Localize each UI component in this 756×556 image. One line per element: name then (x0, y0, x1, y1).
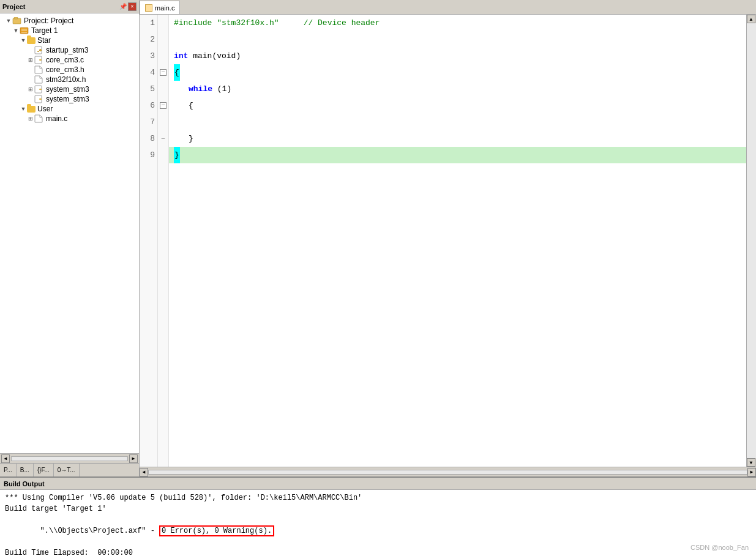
expand-icon: ▼ (20, 105, 27, 113)
hscroll-left-btn[interactable]: ◀ (140, 468, 148, 476)
tree-item-project-root[interactable]: ▼ Project: Project (0, 16, 139, 26)
tree-item-stm32f10xh[interactable]: stm32f10x.h (0, 75, 139, 84)
expand-icon: ⊞ (27, 115, 34, 122)
project-panel: Project 📌 ✕ ▼ Project: Project (0, 0, 140, 476)
build-line-2: Build target 'Target 1' (5, 503, 751, 514)
tree-label-system-stm3a: system_stm3 (46, 85, 89, 94)
gutter-3 (158, 48, 168, 64)
line-num-2: 2 (140, 31, 155, 48)
gutter-1 (158, 15, 168, 31)
code-line-4: { (169, 64, 746, 81)
gutter-9 (158, 147, 168, 163)
svg-marker-12 (35, 76, 42, 83)
tree-label-user: User (37, 105, 53, 113)
code-line-8: } (169, 130, 746, 147)
line-num-7: 7 (140, 114, 155, 130)
tree-item-system-stm3a[interactable]: ⊞ system_stm3 (0, 84, 139, 94)
sidebar-hscrollbar: ◀ ▶ (0, 453, 139, 463)
fold-minus-4: − (160, 69, 167, 76)
build-output-content: *** Using Compiler 'V5.06 update 5 (buil… (0, 490, 756, 556)
key-file-icon-4 (34, 95, 44, 103)
scroll-track[interactable] (11, 456, 128, 461)
tree-item-startup[interactable]: startup_stm3 (0, 45, 139, 55)
svg-rect-9 (39, 51, 39, 53)
close-button[interactable]: ✕ (128, 2, 137, 11)
gutter-6[interactable]: − (158, 97, 168, 114)
expand-icon: ▼ (20, 37, 27, 44)
vscroll-down-btn[interactable]: ▼ (747, 458, 755, 467)
expand-icon (27, 66, 34, 73)
code-brace-while-open: { (189, 97, 193, 114)
fold-end-8: — (162, 136, 165, 142)
tree-label-startup: startup_stm3 (46, 46, 88, 54)
tab-file-icon (145, 4, 152, 12)
key-file-icon-3 (34, 85, 44, 94)
svg-rect-5 (21, 32, 27, 33)
line-num-4: 4 (140, 64, 155, 81)
tree-item-mainc[interactable]: ⊞ main.c (0, 114, 139, 124)
fold-gutter: − − — (158, 15, 169, 467)
tree-item-core-cm3h[interactable]: core_cm3.h (0, 65, 139, 75)
hscroll-track[interactable] (148, 470, 747, 475)
file-icon-2 (34, 75, 44, 84)
svg-marker-15 (35, 115, 42, 122)
code-line-2 (169, 31, 746, 48)
tree-item-star[interactable]: ▼ Star (0, 35, 139, 45)
tree-label-core-cm3h: core_cm3.h (46, 65, 84, 74)
gutter-5 (158, 81, 168, 97)
code-line-3: int main(void) (169, 48, 746, 64)
vscroll-up-btn[interactable]: ▲ (747, 15, 755, 23)
sidebar-tabs: P... B... {}F... 0→T... (0, 463, 139, 476)
code-main: main(void) (188, 48, 241, 64)
vscroll-track[interactable] (747, 23, 756, 458)
editor-vscrollbar: ▲ ▼ (746, 15, 756, 467)
svg-rect-1 (14, 17, 18, 19)
pin-icon[interactable]: 📌 (119, 3, 127, 10)
code-line-5: while (1) (169, 81, 746, 97)
build-line-3: ".\\Objects\Project.axf" - 0 Error(s), 0… (5, 514, 751, 547)
line-num-9: 9 (140, 147, 155, 163)
editor-tabs: main.c (140, 0, 756, 15)
tab-t[interactable]: 0→T... (54, 464, 80, 476)
code-include: #include "stm32f10x.h" (174, 15, 279, 31)
tab-b[interactable]: B... (17, 464, 34, 476)
tree-label-core-cm3c: core_cm3.c (46, 56, 84, 64)
expand-icon: ⊞ (27, 56, 34, 64)
hscroll-right-btn[interactable]: ▶ (747, 468, 756, 476)
expand-icon (27, 76, 34, 83)
svg-rect-3 (21, 29, 27, 30)
line-num-1: 1 (140, 15, 155, 31)
tree-item-core-cm3c[interactable]: ⊞ core_cm3.c (0, 55, 139, 65)
build-axf-prefix: ".\\Objects\Project.axf" - (40, 527, 159, 535)
sidebar-title: Project (2, 3, 25, 10)
scroll-left-btn[interactable]: ◀ (1, 454, 10, 463)
code-brace-close: } (174, 147, 180, 163)
folder-icon (27, 37, 36, 44)
gutter-2 (158, 31, 168, 48)
build-output-panel: Build Output *** Using Compiler 'V5.06 u… (0, 476, 756, 556)
code-while-cond: (1) (212, 81, 231, 97)
gutter-4[interactable]: − (158, 64, 168, 81)
tree-item-user[interactable]: ▼ User (0, 104, 139, 114)
tree-item-system-stm3b[interactable]: system_stm3 (0, 94, 139, 104)
scroll-right-btn[interactable]: ▶ (129, 454, 138, 463)
expand-icon: ▼ (12, 27, 20, 34)
expand-icon (27, 95, 34, 103)
svg-rect-0 (13, 18, 21, 24)
watermark: CSDN @noob_Fan (691, 544, 749, 551)
tree-item-target1[interactable]: ▼ Target 1 (0, 26, 139, 35)
line-num-6: 6 (140, 97, 155, 114)
tab-f[interactable]: {}F... (34, 464, 54, 476)
code-line-9: } (169, 147, 746, 163)
editor-tab-mainc[interactable]: main.c (140, 1, 180, 14)
code-editor[interactable]: #include "stm32f10x.h" // Device header … (169, 15, 746, 467)
expand-icon: ▼ (5, 17, 12, 24)
error-summary-box: 0 Error(s), 0 Warning(s). (159, 525, 274, 536)
tab-p[interactable]: P... (0, 464, 17, 476)
line-num-5: 5 (140, 81, 155, 97)
code-comment-1: // Device header (279, 15, 380, 31)
expand-icon (27, 46, 34, 54)
fold-minus-6: − (160, 102, 167, 109)
line-numbers-area: 1 2 3 4 5 6 7 8 9 (140, 15, 169, 467)
tab-label-mainc: main.c (155, 4, 174, 12)
